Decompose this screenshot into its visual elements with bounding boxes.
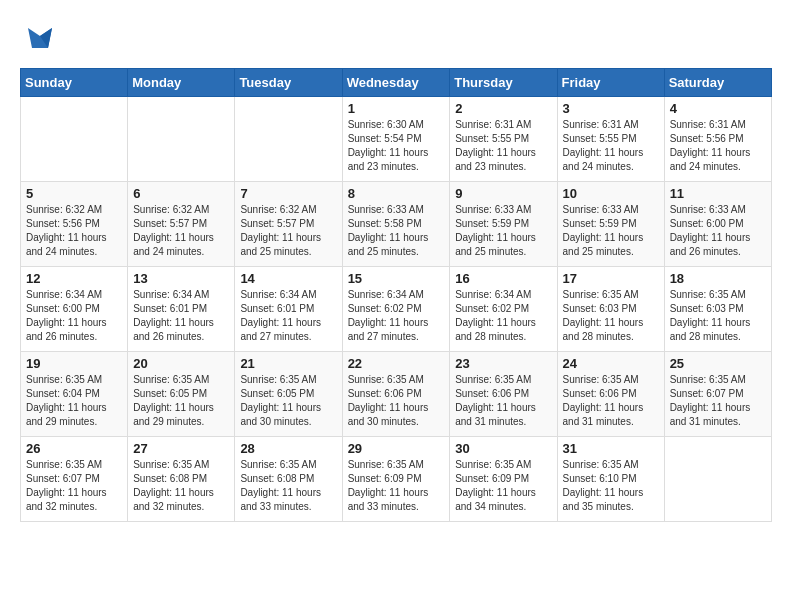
day-info: Sunrise: 6:33 AM Sunset: 5:59 PM Dayligh… (455, 203, 551, 259)
weekday-header: Thursday (450, 69, 557, 97)
day-info: Sunrise: 6:33 AM Sunset: 6:00 PM Dayligh… (670, 203, 766, 259)
calendar-cell: 1Sunrise: 6:30 AM Sunset: 5:54 PM Daylig… (342, 97, 450, 182)
day-number: 6 (133, 186, 229, 201)
day-info: Sunrise: 6:35 AM Sunset: 6:10 PM Dayligh… (563, 458, 659, 514)
calendar-cell: 8Sunrise: 6:33 AM Sunset: 5:58 PM Daylig… (342, 182, 450, 267)
day-number: 11 (670, 186, 766, 201)
calendar-cell: 29Sunrise: 6:35 AM Sunset: 6:09 PM Dayli… (342, 437, 450, 522)
day-number: 13 (133, 271, 229, 286)
calendar-cell: 30Sunrise: 6:35 AM Sunset: 6:09 PM Dayli… (450, 437, 557, 522)
calendar-cell (235, 97, 342, 182)
day-number: 14 (240, 271, 336, 286)
calendar-cell: 19Sunrise: 6:35 AM Sunset: 6:04 PM Dayli… (21, 352, 128, 437)
day-number: 5 (26, 186, 122, 201)
day-info: Sunrise: 6:31 AM Sunset: 5:56 PM Dayligh… (670, 118, 766, 174)
day-number: 26 (26, 441, 122, 456)
weekday-header: Wednesday (342, 69, 450, 97)
day-number: 27 (133, 441, 229, 456)
calendar-cell: 15Sunrise: 6:34 AM Sunset: 6:02 PM Dayli… (342, 267, 450, 352)
day-info: Sunrise: 6:35 AM Sunset: 6:04 PM Dayligh… (26, 373, 122, 429)
calendar-cell: 27Sunrise: 6:35 AM Sunset: 6:08 PM Dayli… (128, 437, 235, 522)
day-number: 12 (26, 271, 122, 286)
calendar-cell: 31Sunrise: 6:35 AM Sunset: 6:10 PM Dayli… (557, 437, 664, 522)
calendar-cell: 5Sunrise: 6:32 AM Sunset: 5:56 PM Daylig… (21, 182, 128, 267)
weekday-header: Monday (128, 69, 235, 97)
day-number: 21 (240, 356, 336, 371)
day-number: 18 (670, 271, 766, 286)
calendar-cell: 23Sunrise: 6:35 AM Sunset: 6:06 PM Dayli… (450, 352, 557, 437)
day-info: Sunrise: 6:33 AM Sunset: 5:59 PM Dayligh… (563, 203, 659, 259)
calendar-cell (664, 437, 771, 522)
day-info: Sunrise: 6:35 AM Sunset: 6:07 PM Dayligh… (26, 458, 122, 514)
calendar-cell: 4Sunrise: 6:31 AM Sunset: 5:56 PM Daylig… (664, 97, 771, 182)
day-info: Sunrise: 6:35 AM Sunset: 6:09 PM Dayligh… (455, 458, 551, 514)
calendar-cell: 25Sunrise: 6:35 AM Sunset: 6:07 PM Dayli… (664, 352, 771, 437)
day-number: 16 (455, 271, 551, 286)
day-number: 9 (455, 186, 551, 201)
calendar-cell: 11Sunrise: 6:33 AM Sunset: 6:00 PM Dayli… (664, 182, 771, 267)
calendar-cell: 28Sunrise: 6:35 AM Sunset: 6:08 PM Dayli… (235, 437, 342, 522)
calendar-week-row: 1Sunrise: 6:30 AM Sunset: 5:54 PM Daylig… (21, 97, 772, 182)
day-number: 7 (240, 186, 336, 201)
day-number: 20 (133, 356, 229, 371)
day-number: 24 (563, 356, 659, 371)
day-number: 29 (348, 441, 445, 456)
day-info: Sunrise: 6:34 AM Sunset: 6:01 PM Dayligh… (133, 288, 229, 344)
weekday-header: Saturday (664, 69, 771, 97)
day-number: 30 (455, 441, 551, 456)
day-number: 3 (563, 101, 659, 116)
day-info: Sunrise: 6:35 AM Sunset: 6:06 PM Dayligh… (563, 373, 659, 429)
calendar-cell (21, 97, 128, 182)
day-number: 25 (670, 356, 766, 371)
day-info: Sunrise: 6:34 AM Sunset: 6:00 PM Dayligh… (26, 288, 122, 344)
day-info: Sunrise: 6:35 AM Sunset: 6:07 PM Dayligh… (670, 373, 766, 429)
day-info: Sunrise: 6:35 AM Sunset: 6:08 PM Dayligh… (240, 458, 336, 514)
day-info: Sunrise: 6:35 AM Sunset: 6:03 PM Dayligh… (563, 288, 659, 344)
day-info: Sunrise: 6:31 AM Sunset: 5:55 PM Dayligh… (563, 118, 659, 174)
calendar-cell: 16Sunrise: 6:34 AM Sunset: 6:02 PM Dayli… (450, 267, 557, 352)
calendar-cell: 18Sunrise: 6:35 AM Sunset: 6:03 PM Dayli… (664, 267, 771, 352)
calendar-cell: 2Sunrise: 6:31 AM Sunset: 5:55 PM Daylig… (450, 97, 557, 182)
day-info: Sunrise: 6:31 AM Sunset: 5:55 PM Dayligh… (455, 118, 551, 174)
calendar-week-row: 5Sunrise: 6:32 AM Sunset: 5:56 PM Daylig… (21, 182, 772, 267)
calendar-cell: 6Sunrise: 6:32 AM Sunset: 5:57 PM Daylig… (128, 182, 235, 267)
day-number: 15 (348, 271, 445, 286)
calendar-cell: 9Sunrise: 6:33 AM Sunset: 5:59 PM Daylig… (450, 182, 557, 267)
day-info: Sunrise: 6:35 AM Sunset: 6:06 PM Dayligh… (348, 373, 445, 429)
weekday-header: Sunday (21, 69, 128, 97)
calendar-cell: 13Sunrise: 6:34 AM Sunset: 6:01 PM Dayli… (128, 267, 235, 352)
day-number: 22 (348, 356, 445, 371)
day-number: 31 (563, 441, 659, 456)
calendar-cell: 21Sunrise: 6:35 AM Sunset: 6:05 PM Dayli… (235, 352, 342, 437)
day-info: Sunrise: 6:35 AM Sunset: 6:05 PM Dayligh… (133, 373, 229, 429)
logo (20, 20, 56, 52)
day-info: Sunrise: 6:35 AM Sunset: 6:06 PM Dayligh… (455, 373, 551, 429)
calendar-week-row: 19Sunrise: 6:35 AM Sunset: 6:04 PM Dayli… (21, 352, 772, 437)
day-info: Sunrise: 6:34 AM Sunset: 6:01 PM Dayligh… (240, 288, 336, 344)
calendar-cell: 3Sunrise: 6:31 AM Sunset: 5:55 PM Daylig… (557, 97, 664, 182)
calendar-cell: 24Sunrise: 6:35 AM Sunset: 6:06 PM Dayli… (557, 352, 664, 437)
calendar-cell (128, 97, 235, 182)
calendar-week-row: 26Sunrise: 6:35 AM Sunset: 6:07 PM Dayli… (21, 437, 772, 522)
day-number: 17 (563, 271, 659, 286)
calendar-cell: 22Sunrise: 6:35 AM Sunset: 6:06 PM Dayli… (342, 352, 450, 437)
day-info: Sunrise: 6:34 AM Sunset: 6:02 PM Dayligh… (348, 288, 445, 344)
page-header (20, 20, 772, 52)
day-info: Sunrise: 6:32 AM Sunset: 5:57 PM Dayligh… (240, 203, 336, 259)
calendar-cell: 14Sunrise: 6:34 AM Sunset: 6:01 PM Dayli… (235, 267, 342, 352)
calendar-header-row: SundayMondayTuesdayWednesdayThursdayFrid… (21, 69, 772, 97)
day-number: 2 (455, 101, 551, 116)
day-number: 28 (240, 441, 336, 456)
day-info: Sunrise: 6:30 AM Sunset: 5:54 PM Dayligh… (348, 118, 445, 174)
day-info: Sunrise: 6:32 AM Sunset: 5:56 PM Dayligh… (26, 203, 122, 259)
day-info: Sunrise: 6:35 AM Sunset: 6:03 PM Dayligh… (670, 288, 766, 344)
logo-icon (24, 20, 56, 52)
calendar-cell: 12Sunrise: 6:34 AM Sunset: 6:00 PM Dayli… (21, 267, 128, 352)
calendar-cell: 17Sunrise: 6:35 AM Sunset: 6:03 PM Dayli… (557, 267, 664, 352)
calendar-table: SundayMondayTuesdayWednesdayThursdayFrid… (20, 68, 772, 522)
day-number: 8 (348, 186, 445, 201)
weekday-header: Tuesday (235, 69, 342, 97)
weekday-header: Friday (557, 69, 664, 97)
day-number: 10 (563, 186, 659, 201)
calendar-cell: 7Sunrise: 6:32 AM Sunset: 5:57 PM Daylig… (235, 182, 342, 267)
